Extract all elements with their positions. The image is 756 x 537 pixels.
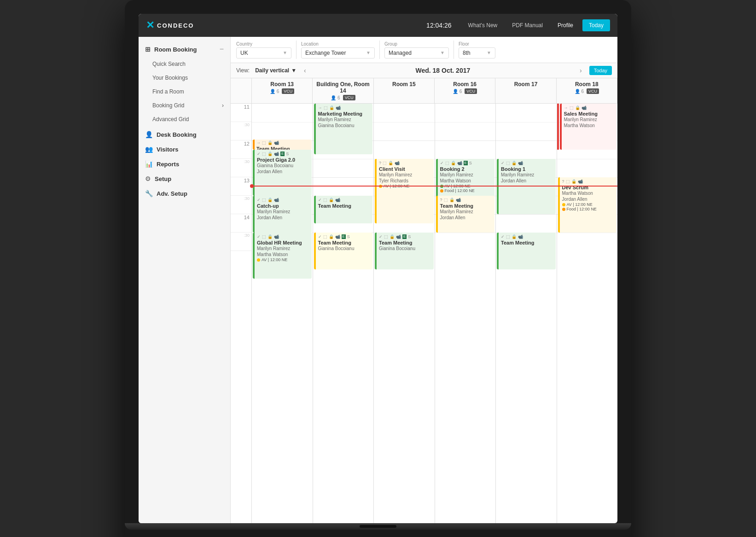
copy-icon-c: ⬚ [262,198,266,202]
booking-icons-team-r1-14: ✓ ⬚ 🔒 📹 E S [318,234,371,239]
sidebar-item-your-bookings[interactable]: Your Bookings [139,71,230,85]
booking-person-hr-2: Martha Watson [257,251,309,257]
booking-person-mkt-2: Gianina Bocoianu [318,123,371,128]
booking-sales[interactable]: → ⬚ 🔒 📹 Sales Meeting Marilyn Ramirez Ma… [560,104,617,150]
booking-person-scrum-2: Jordan Allen [562,196,615,202]
view-type-selector[interactable]: Daily vertical ▼ [255,67,297,74]
nav-profile[interactable]: Profile [550,22,581,29]
main-layout: ⊞ Room Booking − Quick Search Your Booki… [139,37,617,523]
booking-marketing[interactable]: → ⬚ 🔒 📹 Marketing Meeting Marilyn Ramire… [314,104,373,154]
tag-dot-hr [257,258,260,262]
group-select[interactable]: Managed ▼ [384,47,449,58]
check-icon-r2-14: ✓ [379,234,383,239]
today-button[interactable]: Today [589,66,612,75]
copy-icon-b2: ⬚ [445,161,449,165]
room-col-3: ✓ ⬚ 🔒 📹 E S Booking 2 Maril [435,104,496,523]
sidebar-item-booking-grid[interactable]: Booking Grid › [139,99,230,112]
booking-team-r4-14[interactable]: ✓ ⬚ 🔒 📹 Team Meeting [497,233,556,269]
next-date-button[interactable]: › [578,67,584,74]
room-name-4: Room 17 [499,81,552,88]
sidebar-item-advanced-grid[interactable]: Advanced Grid [139,112,230,126]
video-icon-hr: 📹 [274,234,279,239]
laptop-notch [360,525,396,528]
room-booking-title: ⊞ Room Booking [145,46,197,53]
booking-project-giga[interactable]: ✓ ⬚ 🔒 📹 E S Project Giga 2.0 [253,150,312,196]
excel-icon: E [280,152,285,156]
booking-person-r3-1: Marilyn Ramirez [440,209,493,215]
prev-date-button[interactable]: ‹ [302,67,308,74]
video-icon-b1: 📹 [518,161,523,165]
lock-icon-mkt: 🔒 [329,105,334,110]
capacity-icon-0: 👤 6 [270,89,279,94]
floor-label: Floor [459,41,495,47]
time-label-13: 13 [244,178,250,183]
booking-person-b2-1: Marilyn Ramirez [440,172,493,178]
lock-icon-r4-14: 🔒 [512,234,517,239]
view-label: View: [236,67,250,74]
copy-icon-scrum: ⬚ [566,179,570,184]
floor-chevron-icon: ▼ [487,50,491,55]
booking-team-r3[interactable]: ? ⬚ 🔒 📹 Team Meeting Marilyn Ramirez Jor… [436,196,495,233]
reports-section[interactable]: 📊 Reports [139,156,230,170]
time-col-header [231,78,252,103]
location-select[interactable]: Exchange Tower ▼ [301,47,375,58]
room-header-0: Room 13 👤 6 VCU [252,78,313,103]
lock-icon-tr1: 🔒 [329,198,334,202]
copy-icon-hr: ⬚ [262,234,266,239]
visitors-section[interactable]: 👥 Visitors [139,141,230,156]
booking-client-visit[interactable]: ? ⬚ 🔒 📹 Client Visit Marilyn Ramirez Tyl… [375,159,434,223]
booking-tag-hr: AV | 12:00 NE [257,257,309,262]
booking-team-r1[interactable]: ✓ ⬚ 🔒 📹 Team Meeting [314,196,373,223]
filter-divider-3 [454,41,454,59]
country-value: UK [240,50,248,56]
floor-value: 8th [463,50,471,56]
group-chevron-icon: ▼ [440,50,445,55]
sidebar-item-find-room[interactable]: Find a Room [139,85,230,99]
booking-person-catch-2: Jordan Allen [257,215,309,221]
time-14: 14 [231,214,251,233]
room-name-5: Room 18 [560,81,613,88]
booking-catch-up[interactable]: ✓ ⬚ 🔒 📹 Catch-up Marilyn Ramirez Jordan … [253,196,312,233]
sidebar-collapse-icon[interactable]: − [220,45,224,53]
booking-global-hr[interactable]: ✓ ⬚ 🔒 📹 Global HR Meeting Marilyn Ramire… [253,233,312,279]
room-info-5: 👤 6 VCU [560,88,613,94]
copy-icon-tr1: ⬚ [323,198,327,202]
nav-today-btn[interactable]: Today [582,19,610,31]
q-icon-cv: ? [379,161,381,165]
desk-booking-section[interactable]: 👤 Desk Booking [139,126,230,141]
sidebar-item-quick-search[interactable]: Quick Search [139,57,230,71]
location-label: Location [301,41,375,47]
booking-team-meeting-small[interactable]: → ⬚ 🔒 📹 Team Meeting [253,140,312,150]
room-header-1: Building One, Room 14 👤 6 VCU [313,78,373,103]
video-icon-sales: 📹 [582,105,587,110]
capacity-icon-3: 👤 6 [453,89,462,94]
booking-dev-scrum[interactable]: ? ⬚ 🔒 📹 Dev Scrum Martha Watson Jordan A… [558,177,617,233]
room-info-3: 👤 6 VCU [438,88,491,94]
tag-dot-cv [379,185,382,188]
check-icon-tr1-14: ✓ [318,234,322,239]
time-12: 12 [231,140,251,159]
nav-whats-new[interactable]: What's New [461,14,505,37]
check-icon-tr1: ✓ [318,198,322,202]
setup-section[interactable]: ⚙ Setup [139,170,230,185]
booking-booking1[interactable]: ✓ ⬚ 🔒 📹 Booking 1 Marilyn Ramirez Jordan… [497,159,556,214]
video-icon-r4-14: 📹 [518,234,523,239]
booking-person-b2-2: Martha Watson [440,178,493,184]
room-4-slots: ✓ ⬚ 🔒 📹 Booking 1 Marilyn Ramirez Jordan… [496,104,557,251]
check-icon-r4-14: ✓ [501,234,505,239]
nav-pdf-manual[interactable]: PDF Manual [505,14,550,37]
floor-select[interactable]: 8th ▼ [459,47,495,58]
country-select[interactable]: UK ▼ [236,47,291,58]
logo-icon: ✕ [146,19,154,31]
room-0-slots: → ⬚ 🔒 📹 Team Meeting [252,104,313,251]
tag-text-b2-2: Food | 12:00 NE [445,188,475,193]
vcu-badge-1: VCU [343,95,355,100]
booking-title-team: Team Meeting [256,146,310,150]
booking-team-r2-14[interactable]: ✓ ⬚ 🔒 📹 E S Team Meeting Gi [375,233,434,269]
lock-icon-sales: 🔒 [575,105,580,110]
booking-team-r1-14[interactable]: ✓ ⬚ 🔒 📹 E S Team Meeting Gi [314,233,373,269]
copy-icon2: ⬚ [262,152,266,156]
room-name-2: Room 15 [378,81,430,88]
arrow-icon-sales: → [564,105,568,110]
adv-setup-section[interactable]: 🔧 Adv. Setup [139,185,230,200]
